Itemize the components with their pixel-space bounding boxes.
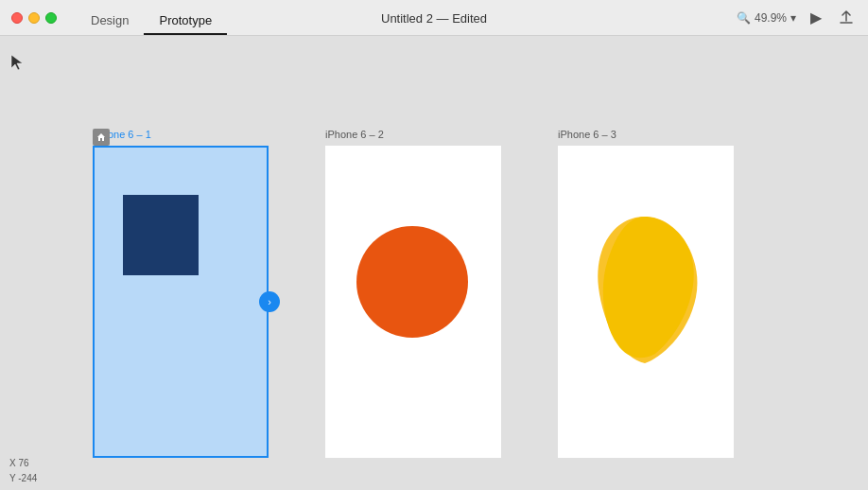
frame-3[interactable] — [558, 146, 734, 458]
chevron-down-icon: ▾ — [790, 11, 796, 25]
orange-circle-shape — [356, 226, 468, 338]
frames-container: iPhone 6 – 1 › iPhone 6 – 2 — [36, 72, 868, 490]
y-label: Y — [9, 473, 16, 483]
zoom-value: 49.9% — [755, 11, 787, 25]
share-icon — [839, 10, 854, 26]
cursor-arrow-icon — [9, 53, 26, 70]
x-coordinate: X 76 — [9, 456, 37, 471]
tab-prototype[interactable]: Prototype — [144, 8, 227, 35]
tab-design[interactable]: Design — [76, 8, 144, 35]
titlebar-tabs: Design Prototype — [76, 8, 227, 35]
frame-arrow-button[interactable]: › — [259, 291, 280, 312]
zoom-control[interactable]: 🔍 49.9% ▾ — [737, 11, 796, 25]
tool-arrow[interactable] — [9, 53, 26, 74]
frame-label-2: iPhone 6 – 2 — [325, 129, 384, 140]
svg-marker-1 — [97, 133, 105, 141]
share-button[interactable] — [836, 8, 857, 28]
yellow-shape-svg — [584, 212, 705, 368]
y-coordinate: Y -244 — [9, 471, 37, 486]
frame-wrapper-1: iPhone 6 – 1 › — [93, 129, 269, 458]
frame-wrapper-3: iPhone 6 – 3 — [558, 129, 734, 458]
blue-square-shape — [123, 195, 199, 275]
search-icon: 🔍 — [737, 11, 751, 25]
frame-2[interactable] — [325, 146, 501, 458]
home-icon[interactable] — [93, 129, 110, 146]
status-bar: X 76 Y -244 — [0, 452, 46, 490]
svg-marker-0 — [11, 55, 23, 70]
close-button[interactable] — [11, 12, 23, 24]
document-title: Untitled 2 — Edited — [381, 11, 487, 26]
minimize-button[interactable] — [28, 12, 40, 24]
titlebar: Design Prototype Untitled 2 — Edited 🔍 4… — [0, 0, 868, 36]
frame-wrapper-2: iPhone 6 – 2 — [325, 129, 501, 458]
frame-1[interactable]: › — [93, 146, 269, 458]
window-controls — [0, 12, 57, 24]
x-label: X — [9, 458, 16, 468]
maximize-button[interactable] — [45, 12, 57, 24]
y-value: -244 — [18, 473, 37, 483]
canvas-area: iPhone 6 – 1 › iPhone 6 – 2 — [0, 36, 868, 490]
x-value: 76 — [18, 458, 28, 468]
frame-label-3: iPhone 6 – 3 — [558, 129, 616, 140]
play-button[interactable]: ▶ — [806, 8, 826, 28]
titlebar-controls: 🔍 49.9% ▾ ▶ — [737, 8, 857, 28]
home-symbol — [96, 132, 106, 142]
